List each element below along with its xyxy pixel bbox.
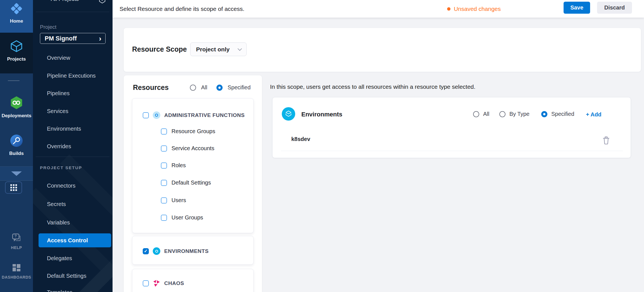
module-picker-button[interactable] [5,181,22,194]
sidebar-item-access-control-selected[interactable]: Access Control [39,233,111,247]
admin-child-users: Users [161,197,186,204]
radio-icon [499,111,505,117]
project-sidebar: All Projects Project PM Signoff › Overvi… [33,0,113,292]
rail-item-deployments[interactable]: Deployments [0,96,33,119]
resource-scope-card: Resource Scope Project only [124,28,641,72]
chaos-row: CHAOS [143,279,184,287]
radio-selected-icon [216,85,223,91]
sidebar-item-templates-partial[interactable]: Templates [47,288,72,292]
chevron-down-icon [238,46,242,51]
admin-functions-checkbox[interactable] [143,112,149,118]
sidebar-divider [36,12,109,12]
dropdown-value: Project only [196,46,230,53]
chevron-down-icon [11,171,22,176]
unsaved-dot-icon [447,7,450,11]
environments-group: ✓ ENVIRONMENTS [132,236,254,265]
dashboards-icon [12,264,21,273]
sidebar-item-services[interactable]: Services [47,107,68,115]
unsaved-changes-badge: Unsaved changes [447,0,501,18]
card-title: Environments [301,111,342,118]
rail-collapse-strip[interactable] [0,166,33,181]
sidebar-item-variables[interactable]: Variables [47,218,70,227]
page-title: Select Resource and define its scope of … [120,0,244,18]
sidebar-item-environments[interactable]: Environments [47,125,81,133]
rail-label-home: Home [10,18,23,24]
admin-child-roles: Roles [161,162,186,169]
deployments-icon [10,96,23,111]
scope-radio-all[interactable]: All [473,111,489,117]
environments-icon [282,107,295,121]
roles-checkbox[interactable] [161,162,167,169]
rail-divider [8,80,20,81]
administrative-functions-icon [153,111,160,119]
discard-button[interactable]: Discard [597,2,632,14]
trash-icon[interactable] [603,136,610,145]
resources-radio-specified[interactable]: Specified [216,84,251,91]
chaos-checkbox[interactable] [143,280,149,286]
chevron-right-icon: › [99,35,101,42]
admin-functions-label: ADMINISTRATIVE FUNCTIONS [164,112,245,118]
home-icon [10,2,23,16]
project-label: Project [40,24,56,30]
admin-functions-group: ADMINISTRATIVE FUNCTIONS Resource Groups… [132,98,254,233]
main-area: Select Resource and define its scope of … [113,0,644,292]
rail-item-help[interactable]: ? HELP [0,233,33,250]
admin-child-service-accounts: Service Accounts [161,145,214,152]
environments-scope-card: Environments All By Type Specified + Add… [272,97,631,158]
admin-child-resource-groups: Resource Groups [161,128,215,135]
scope-description: In this scope, users get access to all r… [270,83,475,90]
topbar: Select Resource and define its scope of … [113,0,644,18]
environments-checkbox-checked[interactable]: ✓ [143,248,149,254]
module-rail: Home Projects Deployments [0,0,33,292]
scope-radio-by-type[interactable]: By Type [499,111,529,117]
sidebar-item-secrets[interactable]: Secrets [47,200,66,208]
sidebar-item-pipelines[interactable]: Pipelines [47,89,70,97]
project-name: PM Signoff [45,35,77,42]
question-glyph: ? [15,234,17,238]
app-root: Home Projects Deployments [0,0,644,292]
admin-functions-row: ADMINISTRATIVE FUNCTIONS [143,111,245,119]
all-projects-partial[interactable]: All Projects [51,0,79,2]
sidebar-item-overview[interactable]: Overview [47,54,70,62]
rail-label-dashboards: DASHBOARDS [2,275,31,279]
rail-label-help: HELP [11,245,22,250]
row-divider [281,151,623,151]
users-checkbox[interactable] [161,197,167,204]
environments-icon [153,247,160,255]
projects-icon [9,40,23,54]
sidebar-item-default-settings[interactable]: Default Settings [47,272,86,280]
scope-item-name: k8sdev [291,136,310,142]
resource-scope-dropdown[interactable]: Project only [190,42,247,56]
scope-radio-specified[interactable]: Specified [541,111,574,117]
resource-groups-checkbox[interactable] [161,128,167,135]
add-button[interactable]: + Add [586,111,601,118]
builds-icon [10,134,23,149]
resources-radio-all[interactable]: All [190,84,207,91]
radio-icon [190,85,196,91]
sidebar-item-delegates[interactable]: Delegates [47,254,72,262]
resources-panel: Resources All Specified ADMINISTRATIVE F… [124,75,262,292]
scope-cube-icon [98,0,106,5]
project-selector[interactable]: PM Signoff › [40,33,106,44]
admin-child-user-groups: User Groups [161,214,203,221]
admin-child-default-settings: Default Settings [161,179,211,186]
rail-item-builds[interactable]: Builds [0,134,33,156]
user-groups-checkbox[interactable] [161,215,167,221]
rail-label-builds: Builds [9,151,24,156]
radio-icon [473,111,479,117]
rail-item-dashboards[interactable]: DASHBOARDS [0,264,33,279]
sidebar-item-connectors[interactable]: Connectors [47,181,75,190]
unsaved-label: Unsaved changes [454,6,501,12]
save-button[interactable]: Save [564,2,590,14]
sidebar-item-pipeline-executions[interactable]: Pipeline Executions [47,71,96,80]
rail-item-home[interactable]: Home [0,2,33,24]
rail-item-projects[interactable]: Projects [0,40,33,62]
service-accounts-checkbox[interactable] [161,145,167,152]
resource-scope-label: Resource Scope [132,45,187,53]
environments-row: ✓ ENVIRONMENTS [143,247,209,255]
chaos-icon [153,279,160,287]
rail-label-deployments: Deployments [2,113,32,119]
default-settings-checkbox[interactable] [161,180,167,186]
help-icon: ? [12,233,21,243]
sidebar-item-overrides[interactable]: Overrides [47,142,71,150]
